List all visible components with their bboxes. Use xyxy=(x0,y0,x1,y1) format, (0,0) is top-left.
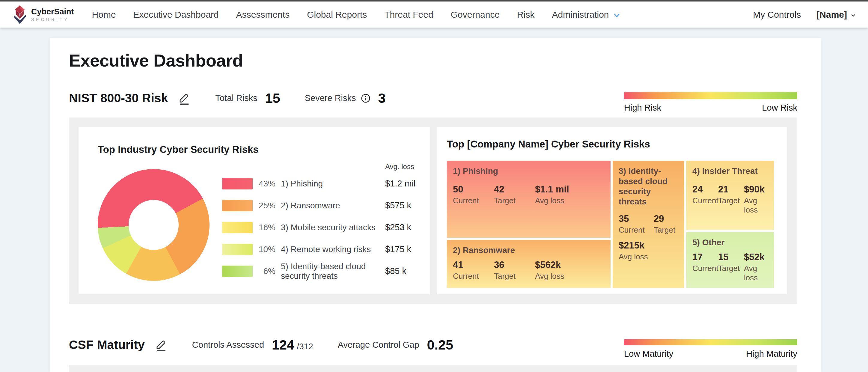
company-risks-card: Top [Company Name] Cyber Security Risks … xyxy=(437,127,787,294)
controls-total: /312 xyxy=(297,342,313,351)
cell-title: 5) Other xyxy=(692,238,768,248)
legend-label: 3) Mobile security attacks xyxy=(281,223,380,232)
current-label: Current xyxy=(692,196,712,205)
legend-avg-loss: $575 k xyxy=(385,200,425,211)
legend-avg-loss: $1.2 mil xyxy=(385,179,425,189)
my-controls-link[interactable]: My Controls xyxy=(753,9,801,20)
target-value: 21 xyxy=(718,184,737,195)
controls-assessed-label: Controls Assessed xyxy=(192,340,264,350)
legend-pct: 43% xyxy=(258,179,275,189)
total-risks-value: 15 xyxy=(265,91,280,106)
target-value: 15 xyxy=(718,252,737,262)
nav-item-global-reports[interactable]: Global Reports xyxy=(307,9,367,20)
target-label: Target xyxy=(494,196,522,205)
avg-loss-label: Avg loss xyxy=(744,264,763,282)
legend-pct: 16% xyxy=(258,223,275,232)
dashboard-page: Executive Dashboard NIST 800-30 Risk Tot… xyxy=(50,38,820,372)
target-label: Target xyxy=(654,225,675,235)
scale-low-risk-label: Low Risk xyxy=(762,103,797,113)
info-icon[interactable] xyxy=(361,94,370,103)
nav-item-governance[interactable]: Governance xyxy=(451,9,500,20)
severe-risks-value: 3 xyxy=(378,91,386,106)
treemap-cell-other[interactable]: 5) Other 17Current 15Target $52kAvg loss xyxy=(686,232,774,288)
treemap-cell-insider-threat[interactable]: 4) Insider Threat 24Current 21Target $90… xyxy=(686,161,774,230)
target-label: Target xyxy=(718,196,737,205)
scale-high-maturity-label: High Maturity xyxy=(746,349,797,359)
edit-pencil-icon[interactable] xyxy=(178,91,191,105)
target-label: Target xyxy=(494,272,522,281)
nav-item-risk[interactable]: Risk xyxy=(517,9,534,20)
target-label: Target xyxy=(718,264,737,273)
brand-subtitle: SECURITY xyxy=(31,18,74,22)
nav-item-executive-dashboard[interactable]: Executive Dashboard xyxy=(133,9,219,20)
user-menu[interactable]: [Name] xyxy=(816,9,857,20)
avg-loss-value: $562k xyxy=(535,259,564,270)
treemap-cell-phishing[interactable]: 1) Phishing 50Current 42Target $1.1 milA… xyxy=(447,161,611,238)
avg-loss-label: Avg loss xyxy=(619,252,648,261)
administration-label: Administration xyxy=(552,9,609,20)
current-label: Current xyxy=(453,272,480,281)
treemap-cell-identity-threats[interactable]: 3) Identity-based cloud security threats… xyxy=(613,161,684,288)
current-value: 41 xyxy=(453,259,480,270)
company-risk-treemap: 1) Phishing 50Current 42Target $1.1 milA… xyxy=(447,161,774,288)
scale-low-maturity-label: Low Maturity xyxy=(624,349,673,359)
current-value: 50 xyxy=(453,184,480,195)
current-label: Current xyxy=(692,264,712,273)
nav-item-home[interactable]: Home xyxy=(92,9,116,20)
company-card-title: Top [Company Name] Cyber Security Risks xyxy=(447,138,774,150)
legend-swatch-identity xyxy=(222,266,253,277)
legend-label: 1) Phishing xyxy=(281,179,380,189)
nist-risk-header: NIST 800-30 Risk Total Risks 15 Severe R… xyxy=(69,88,797,108)
nav-item-administration[interactable]: Administration xyxy=(552,9,621,20)
risk-panel: Top Industry Cyber Security Risks Avg. l… xyxy=(69,118,797,304)
avg-loss-value: $52k xyxy=(744,252,763,262)
controls-assessed-value: 124 xyxy=(272,337,294,353)
industry-donut-chart[interactable] xyxy=(98,169,210,281)
legend-swatch-ransomware xyxy=(222,200,253,211)
current-value: 24 xyxy=(692,184,712,195)
target-value: 29 xyxy=(654,213,675,224)
current-value: 17 xyxy=(692,252,712,262)
avg-loss-label: Avg loss xyxy=(744,196,763,215)
industry-card-title: Top Industry Cyber Security Risks xyxy=(98,144,412,155)
maturity-gradient-bar xyxy=(624,339,797,345)
edit-pencil-icon[interactable] xyxy=(155,338,167,352)
avg-loss-header: Avg. loss xyxy=(385,162,425,173)
current-label: Current xyxy=(453,196,480,205)
industry-risks-card: Top Industry Cyber Security Risks Avg. l… xyxy=(79,127,430,294)
nav-item-threat-feed[interactable]: Threat Feed xyxy=(384,9,433,20)
nav-item-assessments[interactable]: Assessments xyxy=(236,9,289,20)
risk-scale-legend: High Risk Low Risk xyxy=(624,92,797,113)
legend-avg-loss: $253 k xyxy=(385,222,425,232)
treemap-cell-ransomware[interactable]: 2) Ransomware 41Current 36Target $562kAv… xyxy=(447,240,611,288)
topbar-right: My Controls [Name] xyxy=(753,9,857,20)
cell-title: 3) Identity-based cloud security threats xyxy=(619,166,678,207)
avg-loss-value: $1.1 mil xyxy=(535,184,569,195)
brand-logo[interactable]: CyberSaint SECURITY xyxy=(11,5,74,24)
legend-swatch-remote xyxy=(222,244,253,255)
legend-label: 4) Remote working risks xyxy=(281,245,380,254)
risk-gradient-bar xyxy=(624,92,797,99)
legend-avg-loss: $175 k xyxy=(385,244,425,254)
risk-section-title: NIST 800-30 Risk xyxy=(69,91,168,105)
legend-avg-loss: $85 k xyxy=(385,266,425,276)
maturity-section-title: CSF Maturity xyxy=(69,338,145,352)
maturity-scale-legend: Low Maturity High Maturity xyxy=(624,339,797,359)
cybersaint-logo-icon xyxy=(11,5,28,24)
page-title: Executive Dashboard xyxy=(69,50,820,70)
next-panel-edge xyxy=(69,365,797,372)
legend-pct: 10% xyxy=(258,245,275,254)
legend-swatch-mobile xyxy=(222,222,253,233)
severe-risks-label: Severe Risks xyxy=(305,93,356,103)
target-value: 36 xyxy=(494,259,522,270)
scale-high-risk-label: High Risk xyxy=(624,103,661,113)
brand-name: CyberSaint xyxy=(31,8,74,16)
current-value: 35 xyxy=(619,213,640,224)
legend-label: 5) Identity-based cloud security threats xyxy=(281,262,380,281)
legend-pct: 6% xyxy=(258,267,275,276)
legend-label: 2) Ransomware xyxy=(281,201,380,211)
chevron-down-icon xyxy=(850,12,857,19)
donut-legend: Avg. loss 43% 1) Phishing $1.2 mil 25% 2… xyxy=(222,161,425,282)
avg-loss-label: Avg loss xyxy=(535,196,569,205)
current-label: Current xyxy=(619,225,640,235)
